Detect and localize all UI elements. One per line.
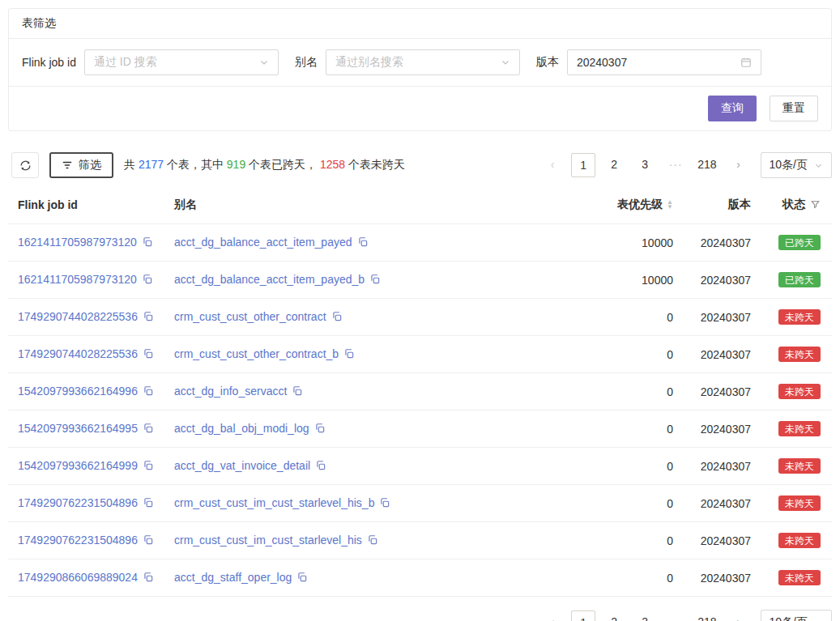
- alias-link[interactable]: acct_dg_staff_oper_log: [174, 571, 292, 584]
- table-row: 1542097993662164996 acct_dg_info_servacc…: [8, 373, 832, 410]
- status-badge: 未跨天: [778, 570, 821, 585]
- header-priority: 表优先级▲▼: [589, 193, 680, 224]
- pagination-top: ‹ 1 2 3 ··· 218 › 10条/页: [540, 152, 832, 178]
- copy-icon[interactable]: [143, 385, 154, 399]
- copy-icon[interactable]: [292, 385, 303, 399]
- copy-icon[interactable]: [367, 534, 378, 548]
- pagination-next-icon[interactable]: ›: [727, 610, 751, 621]
- pagination-prev-icon[interactable]: ‹: [540, 153, 565, 177]
- query-button[interactable]: 查询: [708, 96, 757, 121]
- status-cell: 已跨天: [757, 224, 832, 262]
- summary-text: 个表，其中: [164, 158, 227, 171]
- copy-icon[interactable]: [315, 460, 326, 474]
- page-size-value: 10条/页: [770, 158, 808, 172]
- job-id-link[interactable]: 1621411705987973120: [18, 273, 137, 286]
- filter-toggle-button[interactable]: 筛选: [49, 152, 113, 178]
- alias-link[interactable]: acct_dg_balance_acct_item_payed: [174, 236, 352, 249]
- copy-icon[interactable]: [314, 423, 326, 436]
- alias-link[interactable]: crm_cust_cust_other_contract: [174, 310, 326, 323]
- job-id-link[interactable]: 1749290744028225536: [18, 347, 138, 360]
- chevron-down-icon: [814, 619, 823, 621]
- copy-icon[interactable]: [143, 534, 154, 548]
- job-id-link[interactable]: 1542097993662164995: [18, 422, 138, 435]
- funnel-filter-icon[interactable]: [810, 199, 821, 212]
- header-status-label: 状态: [782, 198, 805, 211]
- job-id-link[interactable]: 1542097993662164999: [18, 459, 138, 472]
- pagination-page-1[interactable]: 1: [571, 153, 595, 177]
- alias-link[interactable]: acct_dg_vat_invoice_detail: [174, 459, 310, 472]
- job-id-link[interactable]: 1749290762231504896: [18, 534, 138, 547]
- version-cell: 20240307: [680, 373, 757, 410]
- pagination-page-3[interactable]: 3: [633, 153, 657, 177]
- job-id-link[interactable]: 1749290744028225536: [18, 310, 138, 323]
- version-cell: 20240307: [680, 224, 757, 262]
- pagination-bottom: ‹ 1 2 3 ··· 218 › 10条/页: [540, 610, 832, 621]
- status-cell: 未跨天: [757, 299, 832, 336]
- sort-icon[interactable]: ▲▼: [667, 200, 673, 210]
- copy-icon[interactable]: [143, 348, 154, 362]
- flink-job-id-select[interactable]: 通过 ID 搜索: [84, 49, 279, 75]
- copy-icon[interactable]: [143, 423, 154, 436]
- pagination-page-last[interactable]: 218: [694, 610, 719, 621]
- filter-panel: 表筛选 Flink job id 通过 ID 搜索 别名 通过别名搜索: [8, 8, 832, 131]
- alias-link[interactable]: acct_dg_info_servacct: [174, 385, 287, 398]
- copy-icon[interactable]: [369, 274, 381, 287]
- chevron-down-icon: [814, 161, 823, 170]
- alias-label: 别名: [295, 55, 318, 70]
- priority-cell: 10000: [589, 224, 680, 262]
- job-id-link[interactable]: 1542097993662164996: [18, 385, 138, 398]
- field-flink-job-id: Flink job id 通过 ID 搜索: [22, 49, 279, 75]
- status-cell: 未跨天: [757, 410, 832, 448]
- status-badge: 未跨天: [778, 384, 821, 399]
- priority-cell: 0: [589, 410, 680, 448]
- copy-icon[interactable]: [296, 572, 308, 585]
- status-badge: 已跨天: [778, 272, 821, 287]
- page-size-select[interactable]: 10条/页: [761, 610, 832, 621]
- alias-select[interactable]: 通过别名搜索: [326, 49, 520, 75]
- table-row: 1749290762231504896 crm_cust_cust_im_cus…: [8, 485, 832, 522]
- job-id-link[interactable]: 1749290866069889024: [18, 571, 138, 584]
- status-badge: 未跨天: [778, 533, 821, 548]
- reset-button[interactable]: 重置: [770, 96, 818, 121]
- copy-icon[interactable]: [143, 311, 154, 325]
- pagination-prev-icon[interactable]: ‹: [540, 610, 565, 621]
- pagination-page-2[interactable]: 2: [602, 153, 626, 177]
- version-value: 20240307: [577, 56, 740, 69]
- copy-icon[interactable]: [331, 311, 343, 325]
- version-cell: 20240307: [680, 262, 757, 299]
- copy-icon[interactable]: [142, 236, 153, 250]
- job-id-link[interactable]: 1749290762231504896: [18, 496, 138, 509]
- pagination-page-last[interactable]: 218: [694, 153, 719, 177]
- pagination-ellipsis[interactable]: ···: [663, 153, 688, 177]
- alias-link[interactable]: crm_cust_cust_other_contract_b: [174, 347, 339, 360]
- flink-job-id-placeholder: 通过 ID 搜索: [94, 55, 259, 70]
- pagination-next-icon[interactable]: ›: [727, 153, 751, 177]
- version-cell: 20240307: [680, 559, 757, 597]
- table-row: 1749290866069889024 acct_dg_staff_oper_l…: [8, 559, 832, 597]
- status-cell: 未跨天: [757, 485, 832, 522]
- copy-icon[interactable]: [143, 497, 154, 511]
- copy-icon[interactable]: [343, 348, 355, 362]
- pagination-page-2[interactable]: 2: [602, 610, 626, 621]
- copy-icon[interactable]: [357, 236, 369, 250]
- copy-icon[interactable]: [143, 572, 154, 585]
- copy-icon[interactable]: [379, 497, 390, 511]
- job-id-link[interactable]: 1621411705987973120: [18, 236, 137, 249]
- table-row: 1749290744028225536 crm_cust_cust_other_…: [8, 299, 832, 336]
- header-version: 版本: [680, 193, 757, 224]
- table-toolbar: 筛选 共 2177 个表，其中 919 个表已跨天， 1258 个表未跨天 ‹ …: [8, 152, 832, 178]
- alias-link[interactable]: acct_dg_bal_obj_modi_log: [174, 422, 309, 435]
- alias-link[interactable]: acct_dg_balance_acct_item_payed_b: [174, 273, 365, 286]
- status-cell: 未跨天: [757, 522, 832, 559]
- copy-icon[interactable]: [143, 460, 154, 474]
- pagination-page-3[interactable]: 3: [633, 610, 657, 621]
- copy-icon[interactable]: [142, 274, 153, 287]
- refresh-button[interactable]: [11, 152, 39, 178]
- page-size-select[interactable]: 10条/页: [761, 152, 832, 178]
- pagination-page-1[interactable]: 1: [571, 610, 595, 621]
- version-date-input[interactable]: 20240307: [567, 49, 761, 75]
- alias-link[interactable]: crm_cust_cust_im_cust_starlevel_his: [174, 534, 362, 547]
- pagination-ellipsis[interactable]: ···: [663, 610, 688, 621]
- status-badge: 未跨天: [778, 309, 821, 325]
- alias-link[interactable]: crm_cust_cust_im_cust_starlevel_his_b: [174, 496, 374, 509]
